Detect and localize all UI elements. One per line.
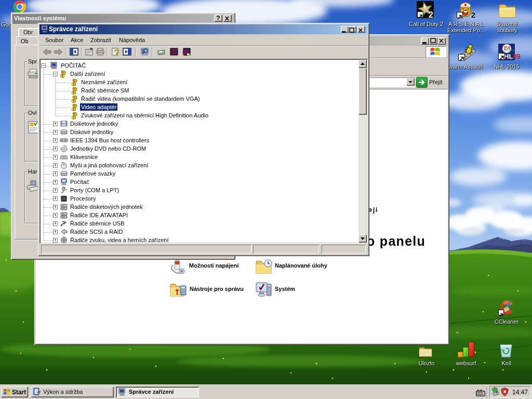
svg-text:?: ? (114, 48, 119, 57)
